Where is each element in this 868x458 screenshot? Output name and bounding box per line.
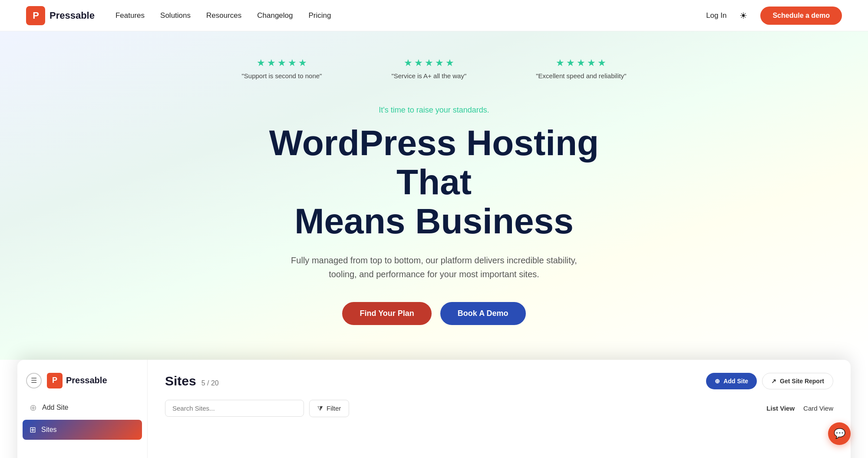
add-site-label: Add Site bbox=[42, 404, 68, 412]
theme-toggle-button[interactable]: ☀ bbox=[735, 7, 752, 24]
sidebar: ☰ P Pressable ⊕ Add Site ⊞ Sites bbox=[17, 360, 148, 458]
stars-2: ★ ★ ★ ★ ★ bbox=[404, 57, 454, 69]
nav-links: Features Solutions Resources Changelog P… bbox=[116, 11, 331, 20]
review-text-3: "Excellent speed and reliability" bbox=[536, 72, 626, 80]
report-icon: ↗ bbox=[771, 378, 776, 385]
get-report-button[interactable]: ↗ Get Site Report bbox=[762, 373, 833, 389]
sites-label: Sites bbox=[41, 426, 57, 434]
view-toggle: List View Card View bbox=[766, 405, 833, 412]
search-input[interactable] bbox=[165, 400, 304, 417]
logo[interactable]: P Pressable bbox=[26, 6, 95, 25]
reviews-row: ★ ★ ★ ★ ★ "Support is second to none" ★ … bbox=[0, 57, 868, 80]
sidebar-logo-text: Pressable bbox=[66, 375, 107, 385]
sites-icon: ⊞ bbox=[30, 425, 36, 435]
hero-content: It's time to raise your standards. WordP… bbox=[239, 106, 630, 325]
main-content: Sites 5 / 20 ⊕ Add Site ↗ Get Site Repor… bbox=[148, 360, 851, 458]
add-site-icon: ⊕ bbox=[30, 402, 37, 413]
find-plan-button[interactable]: Find Your Plan bbox=[342, 302, 431, 325]
hero-buttons: Find Your Plan Book A Demo bbox=[256, 302, 612, 325]
card-view-option[interactable]: Card View bbox=[803, 405, 833, 412]
schedule-demo-button[interactable]: Schedule a demo bbox=[760, 7, 842, 25]
header-actions: ⊕ Add Site ↗ Get Site Report bbox=[706, 373, 833, 389]
sidebar-logo-icon: P bbox=[47, 373, 63, 388]
nav-pricing[interactable]: Pricing bbox=[309, 11, 331, 20]
navbar-right: Log In ☀ Schedule a demo bbox=[706, 7, 842, 25]
sidebar-sites[interactable]: ⊞ Sites bbox=[23, 420, 142, 440]
filter-button[interactable]: ⧩ Filter bbox=[309, 400, 349, 417]
add-site-button[interactable]: ⊕ Add Site bbox=[706, 373, 757, 389]
search-filter-row: ⧩ Filter List View Card View bbox=[165, 400, 833, 417]
filter-icon: ⧩ bbox=[317, 405, 323, 412]
stars-1: ★ ★ ★ ★ ★ bbox=[257, 57, 307, 69]
chat-bubble[interactable]: 💬 bbox=[828, 422, 851, 445]
plus-icon: ⊕ bbox=[715, 378, 720, 385]
sidebar-logo: P Pressable bbox=[47, 373, 107, 388]
hero-eyebrow: It's time to raise your standards. bbox=[256, 106, 612, 115]
hero-section: ★ ★ ★ ★ ★ "Support is second to none" ★ … bbox=[0, 31, 868, 360]
login-link[interactable]: Log In bbox=[706, 11, 726, 20]
sites-heading: Sites bbox=[165, 374, 196, 388]
sidebar-nav: ⊕ Add Site ⊞ Sites bbox=[17, 397, 147, 440]
review-item-3: ★ ★ ★ ★ ★ "Excellent speed and reliabili… bbox=[536, 57, 626, 80]
review-item-2: ★ ★ ★ ★ ★ "Service is A+ all the way" bbox=[391, 57, 466, 80]
chat-icon: 💬 bbox=[834, 428, 845, 439]
list-view-option[interactable]: List View bbox=[766, 405, 795, 412]
review-text-1: "Support is second to none" bbox=[241, 72, 322, 80]
menu-icon[interactable]: ☰ bbox=[26, 373, 42, 388]
book-demo-button[interactable]: Book A Demo bbox=[440, 302, 526, 325]
sites-count: 5 / 20 bbox=[201, 379, 219, 387]
navbar: P Pressable Features Solutions Resources… bbox=[0, 0, 868, 31]
hero-title: WordPress Hosting That Means Business bbox=[256, 123, 612, 241]
nav-resources[interactable]: Resources bbox=[206, 11, 241, 20]
nav-solutions[interactable]: Solutions bbox=[160, 11, 191, 20]
nav-features[interactable]: Features bbox=[116, 11, 145, 20]
hero-subtitle: Fully managed from top to bottom, our pl… bbox=[282, 253, 586, 281]
sites-title: Sites 5 / 20 bbox=[165, 374, 219, 388]
main-header: Sites 5 / 20 ⊕ Add Site ↗ Get Site Repor… bbox=[165, 373, 833, 389]
logo-text: Pressable bbox=[50, 10, 95, 21]
logo-icon: P bbox=[26, 6, 45, 25]
sidebar-add-site[interactable]: ⊕ Add Site bbox=[23, 397, 142, 418]
dashboard-overlay: ☰ P Pressable ⊕ Add Site ⊞ Sites Sites 5… bbox=[17, 360, 851, 458]
nav-changelog[interactable]: Changelog bbox=[257, 11, 293, 20]
sidebar-header: ☰ P Pressable bbox=[17, 368, 147, 397]
review-item-1: ★ ★ ★ ★ ★ "Support is second to none" bbox=[241, 57, 322, 80]
stars-3: ★ ★ ★ ★ ★ bbox=[556, 57, 606, 69]
navbar-left: P Pressable Features Solutions Resources… bbox=[26, 6, 331, 25]
review-text-2: "Service is A+ all the way" bbox=[391, 72, 466, 80]
